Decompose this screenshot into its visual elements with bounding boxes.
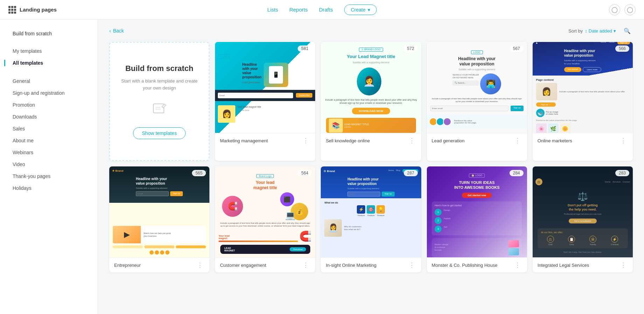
card-image-lead: 567 LOGO Headline with yourvalue proposi… (427, 42, 527, 133)
card-image-monster: 284 🏠 LOGO TURN YOUR IDEASINTO AWESOME B… (427, 166, 527, 257)
card-count-monster: 284 (510, 170, 524, 176)
template-card-marketing[interactable]: 581 ⊙ Logo Headlinewith yourvalueproposi… (215, 42, 315, 161)
card-footer-marketing: Marketing management ⋮ (215, 133, 315, 148)
card-footer-online: Online marketers ⋮ (533, 133, 633, 148)
template-card-insight[interactable]: 287 ⊙ Brand Home Blog Get started Headli… (321, 166, 421, 272)
user-avatar[interactable]: ◯ (609, 4, 620, 15)
card-name-sell: Sell knowledge online (326, 138, 370, 143)
toolbar-right: Sort by ↕ Date added ▾ 🔍 (568, 25, 633, 36)
card-image-entrepreneur: 565 ★ Brand Home About Headline with you… (109, 166, 209, 257)
card-count-lead: 567 (510, 45, 524, 52)
card-count-customer: 564 (298, 170, 312, 176)
sidebar-item-signup[interactable]: Sign-up and registration (8, 87, 89, 99)
card-footer-customer: Customer engagement ⋮ (215, 257, 315, 272)
card-image-sell: 572 ⊙ BRAND LOGO Your Lead Magnet title … (321, 42, 421, 133)
sidebar: Build from scratch My templates All temp… (0, 20, 98, 314)
scratch-title: Build from scratch (125, 64, 193, 74)
topnav-right: ◯ ◯ (609, 4, 636, 15)
template-card-sell[interactable]: 572 ⊙ BRAND LOGO Your Lead Magnet title … (321, 42, 421, 161)
pencil-board-icon (151, 100, 168, 120)
card-count-entrepreneur: 565 (192, 170, 206, 176)
card-image-insight: 287 ⊙ Brand Home Blog Get started Headli… (321, 166, 421, 257)
sidebar-section-build: Build from scratch My templates All temp… (0, 28, 98, 75)
sidebar-item-all-templates[interactable]: All templates (8, 57, 89, 69)
card-image-marketing: 581 ⊙ Logo Headlinewith yourvalueproposi… (215, 42, 315, 133)
sidebar-item-thank-you[interactable]: Thank-you pages (8, 171, 89, 182)
card-footer-legal: Integrated Legal Services ⋮ (533, 257, 633, 272)
card-count-legal: 283 (615, 170, 629, 176)
template-card-online[interactable]: 566 ▲ Home About Sign up Headline with y… (533, 42, 633, 161)
card-image-legal: 283 ⚖ Home Services Contact ⚖️ (533, 166, 633, 257)
card-footer-lead: Lead generation ⋮ (427, 133, 527, 148)
card-name-insight: In-sight Online Marketing (326, 263, 376, 268)
card-image-customer: 564 Brand Logo Your leadmagnet title 🧲 💰… (215, 166, 315, 257)
template-card-monster[interactable]: 284 🏠 LOGO TURN YOUR IDEASINTO AWESOME B… (427, 166, 527, 272)
templates-grid: Build from scratch Start with a blank te… (98, 42, 644, 284)
sidebar-item-promotion[interactable]: Promotion (8, 99, 89, 110)
app-logo: Landing pages (8, 6, 57, 14)
sidebar-item-build-from-scratch[interactable]: Build from scratch (8, 28, 89, 39)
toolbar: ‹ Back Sort by ↕ Date added ▾ 🔍 (98, 20, 644, 42)
sort-label: Sort by (568, 28, 583, 34)
grid-icon (8, 6, 16, 14)
card-menu-sell[interactable]: ⋮ (407, 137, 416, 144)
card-count-insight: 287 (404, 170, 418, 176)
sidebar-item-about-me[interactable]: About me (8, 135, 89, 146)
card-menu-monster[interactable]: ⋮ (513, 261, 522, 269)
search-button[interactable]: 🔍 (622, 25, 633, 36)
sidebar-item-holidays[interactable]: Holidays (8, 183, 89, 194)
lists-link[interactable]: Lists (267, 7, 278, 13)
back-button[interactable]: ‹ Back (109, 28, 124, 34)
sort-arrow-icon: ↕ (585, 28, 587, 34)
sort-control: Sort by ↕ Date added ▾ (568, 28, 616, 34)
content-area: ‹ Back Sort by ↕ Date added ▾ 🔍 Build (98, 20, 644, 314)
card-menu-insight[interactable]: ⋮ (407, 261, 416, 269)
show-templates-button[interactable]: Show templates (133, 127, 186, 139)
card-menu-marketing[interactable]: ⋮ (301, 137, 310, 144)
sidebar-item-my-templates[interactable]: My templates (8, 45, 89, 57)
template-card-lead[interactable]: 567 LOGO Headline with yourvalue proposi… (427, 42, 527, 161)
card-name-online: Online marketers (538, 138, 572, 143)
build-from-scratch-card[interactable]: Build from scratch Start with a blank te… (109, 42, 209, 161)
template-card-customer[interactable]: 564 Brand Logo Your leadmagnet title 🧲 💰… (215, 166, 315, 272)
card-name-entrepreneur: Entrepreneur (114, 263, 141, 268)
sort-value[interactable]: ↕ Date added ▾ (585, 28, 616, 34)
sidebar-item-sales[interactable]: Sales (8, 123, 89, 134)
card-menu-online[interactable]: ⋮ (619, 137, 628, 144)
card-menu-legal[interactable]: ⋮ (619, 261, 628, 269)
card-footer-monster: Monster & Co. Publishing House ⋮ (427, 257, 527, 272)
card-name-monster: Monster & Co. Publishing House (432, 263, 498, 268)
card-name-lead: Lead generation (432, 138, 465, 143)
sidebar-item-general[interactable]: General (8, 76, 89, 87)
card-footer-sell: Sell knowledge online ⋮ (321, 133, 421, 148)
sort-chevron-icon: ▾ (614, 28, 616, 34)
sidebar-categories: General Sign-up and registration Promoti… (0, 76, 98, 194)
reports-link[interactable]: Reports (289, 7, 308, 13)
drafts-link[interactable]: Drafts (319, 7, 333, 13)
card-name-legal: Integrated Legal Services (538, 263, 589, 268)
card-count-marketing: 581 (298, 45, 312, 52)
create-button[interactable]: Create ▾ (344, 5, 377, 15)
chevron-left-icon: ‹ (109, 28, 111, 34)
sidebar-item-video[interactable]: Video (8, 159, 89, 170)
card-menu-lead[interactable]: ⋮ (513, 137, 522, 144)
card-name-customer: Customer engagement (220, 263, 266, 268)
card-count-sell: 572 (404, 45, 418, 52)
scratch-subtitle: Start with a blank template and create y… (118, 78, 200, 91)
template-card-legal[interactable]: 283 ⚖ Home Services Contact ⚖️ (533, 166, 633, 272)
card-menu-customer[interactable]: ⋮ (301, 261, 310, 269)
top-navigation: Landing pages Lists Reports Drafts Creat… (0, 0, 644, 20)
card-footer-entrepreneur: Entrepreneur ⋮ (109, 257, 209, 272)
card-menu-entrepreneur[interactable]: ⋮ (195, 261, 205, 269)
main-layout: Build from scratch My templates All temp… (0, 20, 644, 314)
topnav-center: Lists Reports Drafts Create ▾ (267, 5, 376, 15)
sidebar-item-downloads[interactable]: Downloads (8, 111, 89, 122)
sidebar-item-webinars[interactable]: Webinars (8, 147, 89, 158)
card-footer-insight: In-sight Online Marketing ⋮ (321, 257, 421, 272)
card-name-marketing: Marketing management (220, 138, 268, 143)
chevron-down-icon: ▾ (368, 7, 370, 13)
app-title: Landing pages (20, 7, 57, 13)
card-count-online: 566 (615, 45, 629, 52)
profile-icon[interactable]: ◯ (624, 4, 636, 15)
template-card-entrepreneur[interactable]: 565 ★ Brand Home About Headline with you… (109, 166, 209, 272)
